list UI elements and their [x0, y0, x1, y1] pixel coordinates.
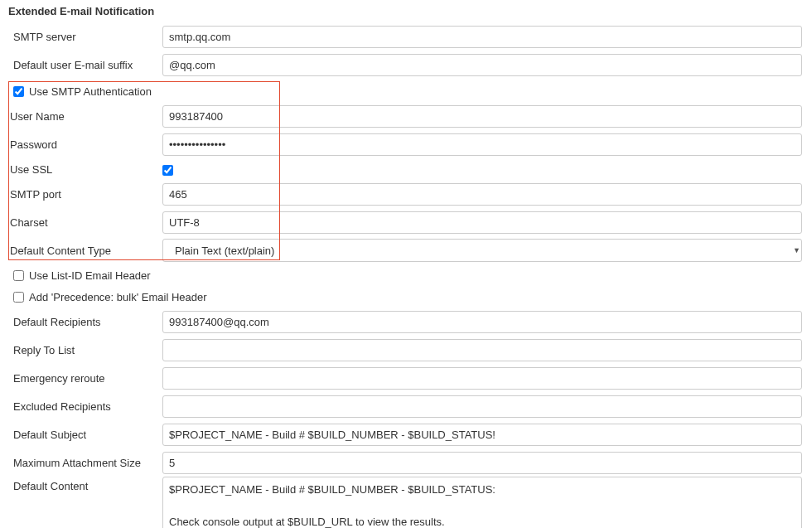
excluded-recipients-input[interactable]	[162, 395, 802, 418]
use-ssl-checkbox[interactable]	[162, 165, 173, 176]
use-ssl-label: Use SSL	[5, 163, 162, 176]
help-icon[interactable]	[805, 244, 807, 257]
help-icon[interactable]	[805, 267, 807, 280]
help-icon[interactable]	[805, 58, 807, 71]
help-icon[interactable]	[805, 456, 807, 469]
use-smtp-auth-label: Use SMTP Authentication	[29, 85, 152, 98]
default-subject-input[interactable]	[162, 424, 802, 446]
add-precedence-checkbox[interactable]	[13, 292, 24, 303]
default-recipients-input[interactable]	[162, 311, 802, 333]
max-attachment-size-label: Maximum Attachment Size	[5, 457, 162, 469]
user-name-input[interactable]	[162, 105, 802, 128]
default-suffix-input[interactable]	[162, 54, 802, 76]
default-content-type-select[interactable]: Plain Text (text/plain)	[162, 239, 802, 262]
charset-input[interactable]	[162, 211, 802, 234]
help-icon[interactable]	[805, 30, 807, 43]
password-label: Password	[5, 138, 162, 151]
reply-to-list-input[interactable]	[162, 339, 802, 361]
use-list-id-checkbox[interactable]	[13, 270, 24, 281]
use-smtp-auth-checkbox[interactable]	[13, 86, 24, 97]
help-icon[interactable]	[805, 343, 807, 356]
excluded-recipients-label: Excluded Recipients	[5, 400, 162, 413]
default-content-type-label: Default Content Type	[5, 245, 162, 257]
emergency-reroute-label: Emergency reroute	[5, 372, 162, 385]
max-attachment-size-input[interactable]	[162, 452, 802, 474]
section-title: Extended E-mail Notification	[5, 5, 807, 17]
reply-to-list-label: Reply To List	[5, 344, 162, 356]
help-icon[interactable]	[805, 371, 807, 385]
help-icon[interactable]	[805, 138, 807, 151]
smtp-server-label: SMTP server	[5, 31, 162, 43]
default-content-label: Default Content	[5, 477, 162, 492]
charset-label: Charset	[5, 216, 162, 229]
help-icon[interactable]	[805, 162, 807, 176]
help-icon[interactable]	[805, 216, 807, 229]
use-list-id-label: Use List-ID Email Header	[29, 269, 151, 282]
smtp-port-label: SMTP port	[5, 188, 162, 201]
help-icon[interactable]	[805, 400, 807, 413]
user-name-label: User Name	[5, 110, 162, 123]
smtp-server-input[interactable]	[162, 26, 802, 48]
emergency-reroute-input[interactable]	[162, 367, 802, 390]
password-input[interactable]	[162, 133, 802, 156]
help-icon[interactable]	[805, 315, 807, 328]
default-suffix-label: Default user E-mail suffix	[5, 59, 162, 71]
help-icon[interactable]	[805, 187, 807, 201]
default-recipients-label: Default Recipients	[5, 316, 162, 328]
smtp-port-input[interactable]	[162, 183, 802, 206]
help-icon[interactable]	[805, 109, 807, 123]
default-subject-label: Default Subject	[5, 429, 162, 441]
default-content-textarea[interactable]	[162, 477, 802, 528]
help-icon[interactable]	[805, 482, 807, 495]
help-icon[interactable]	[805, 428, 807, 441]
add-precedence-label: Add 'Precedence: bulk' Email Header	[29, 291, 207, 303]
